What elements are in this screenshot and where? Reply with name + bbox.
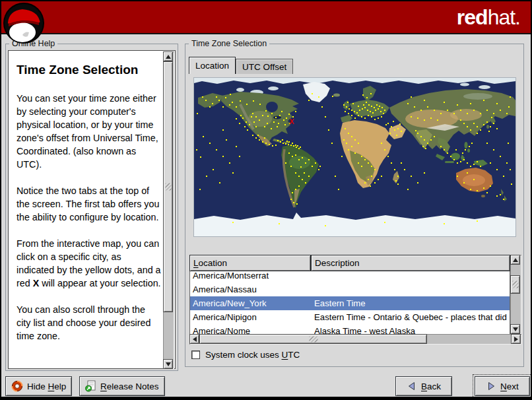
hide-help-label: Hide Help: [27, 382, 66, 391]
scroll-down-button[interactable]: [510, 324, 520, 334]
table-row[interactable]: America/NomeAlaska Time - west Alaska: [190, 324, 510, 334]
life-ring-icon: [11, 380, 23, 392]
help-vertical-scrollbar[interactable]: [163, 51, 174, 369]
help-paragraph-3: From the interactive map, you can click …: [17, 237, 161, 290]
release-notes-icon: [85, 380, 96, 392]
release-notes-button[interactable]: Release Notes: [79, 376, 165, 396]
right-arrow-icon: [514, 337, 518, 342]
selection-marker: X: [289, 117, 294, 125]
scroll-right-button[interactable]: [511, 334, 521, 344]
tab-utc-offset[interactable]: UTC Offset: [236, 59, 293, 74]
scroll-down-button[interactable]: [163, 359, 173, 369]
tab-bar: Location UTC Offset: [189, 57, 293, 74]
timezone-frame: Time Zone Selection Location UTC Offset: [185, 44, 524, 367]
thumb-grip-icon: [165, 183, 171, 191]
utc-checkbox-label[interactable]: System clock uses UTC: [205, 350, 300, 360]
utc-checkbox-row: System clock uses UTC: [191, 350, 300, 360]
world-map-svg: X: [194, 78, 515, 236]
help-viewport: Time Zone Selection You can set your tim…: [8, 50, 176, 369]
column-header-location[interactable]: Location: [189, 255, 311, 271]
scrollbar-thumb[interactable]: [199, 334, 427, 344]
scroll-left-button[interactable]: [189, 334, 199, 344]
installer-window: redhat. Online Help Time Zone Selection …: [0, 0, 532, 400]
online-help-frame: Online Help Time Zone Selection You can …: [5, 44, 178, 371]
thumb-grip-icon: [309, 336, 317, 342]
scrollbar-thumb[interactable]: [163, 61, 173, 312]
scroll-up-button[interactable]: [163, 51, 173, 61]
next-arrow-icon: [486, 381, 496, 391]
timezone-list[interactable]: America/Montserrat America/Nassau Americ…: [189, 271, 510, 334]
timezone-frame-label: Time Zone Selection: [189, 39, 269, 48]
list-horizontal-scrollbar[interactable]: [189, 334, 521, 345]
help-paragraph-1: You can set your time zone either by sel…: [17, 92, 161, 171]
table-row[interactable]: America/New_YorkEastern Time: [190, 296, 510, 310]
left-arrow-icon: [193, 337, 197, 342]
hide-help-button[interactable]: Hide Help: [5, 376, 72, 396]
brand-bold: red: [457, 5, 488, 29]
tab-location[interactable]: Location: [189, 57, 236, 74]
next-button[interactable]: Next: [475, 376, 530, 396]
help-paragraph-4: You can also scroll through the city lis…: [17, 303, 161, 343]
column-header-description[interactable]: Description: [311, 255, 510, 271]
back-label: Back: [421, 382, 441, 391]
utc-checkbox[interactable]: [191, 350, 200, 359]
thumb-grip-icon: [512, 281, 518, 288]
brand-light: hat.: [488, 5, 520, 29]
redhat-shadowman-logo-icon: [3, 2, 45, 44]
scrollbar-thumb[interactable]: [510, 275, 520, 294]
up-arrow-icon: [166, 55, 171, 59]
table-row[interactable]: America/Nassau: [190, 283, 510, 296]
scroll-up-button[interactable]: [510, 255, 520, 265]
back-button[interactable]: Back: [395, 376, 452, 396]
release-notes-label: Release Notes: [100, 382, 159, 391]
help-text: Time Zone Selection You can set your tim…: [10, 52, 162, 367]
world-map[interactable]: X: [193, 77, 516, 237]
next-label: Next: [500, 382, 519, 391]
table-row[interactable]: America/NipigonEastern Time - Ontario & …: [190, 310, 510, 324]
up-arrow-icon: [513, 258, 518, 262]
title-banner: redhat.: [1, 1, 531, 34]
list-vertical-scrollbar[interactable]: [510, 255, 521, 334]
help-paragraph-2: Notice the two tabs at the top of the sc…: [17, 184, 161, 224]
redhat-wordmark: redhat.: [457, 5, 520, 30]
down-arrow-icon: [166, 362, 171, 366]
table-row[interactable]: America/Montserrat: [190, 271, 510, 283]
back-arrow-icon: [407, 381, 417, 391]
down-arrow-icon: [513, 327, 518, 331]
help-title: Time Zone Selection: [17, 63, 161, 77]
